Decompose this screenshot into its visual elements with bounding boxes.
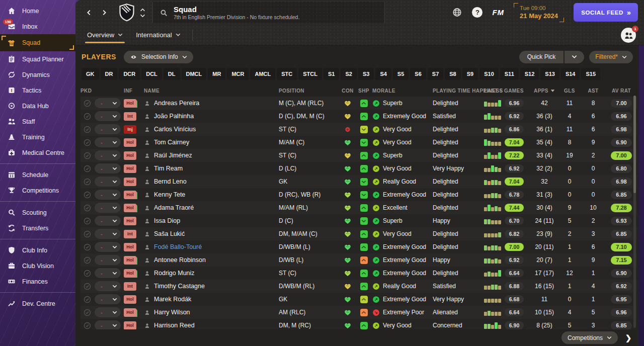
column-header-con[interactable]: CON: [340, 88, 355, 94]
sidebar-item-competitions[interactable]: Competitions: [0, 183, 75, 198]
filter-s6[interactable]: S6: [410, 68, 426, 80]
pkd-selector[interactable]: -: [95, 124, 121, 134]
globe-icon[interactable]: [452, 7, 462, 18]
sidebar-item-club-vision[interactable]: Club Vision: [0, 258, 75, 274]
competitions-dropdown[interactable]: Competitions: [561, 331, 618, 344]
selection-info-dropdown[interactable]: Selection Info: [124, 51, 193, 63]
quick-pick-button[interactable]: Quick Pick: [519, 51, 585, 63]
pkd-selector[interactable]: -: [95, 203, 121, 213]
player-row[interactable]: - Hol Antonee Robinson D/WB (L) Extremel…: [80, 253, 637, 267]
pkd-selector[interactable]: -: [95, 255, 121, 265]
filter-stc[interactable]: STC: [277, 68, 297, 80]
pkd-selector[interactable]: -: [95, 150, 121, 160]
pkd-selector[interactable]: -: [95, 177, 121, 187]
social-feed-button[interactable]: SOCIAL FEED »: [574, 3, 638, 22]
info-badge[interactable]: Hol: [124, 217, 136, 225]
filtered-dropdown[interactable]: Filtered*: [589, 51, 633, 63]
info-badge[interactable]: Int: [124, 230, 136, 238]
sidebar-item-finances[interactable]: Finances: [0, 274, 75, 289]
player-row[interactable]: - Hol Raúl Jiménez ST (C) Superb Delight…: [80, 149, 637, 162]
filter-gk[interactable]: GK: [82, 68, 99, 80]
column-header-position[interactable]: POSITION: [279, 88, 339, 94]
sidebar-item-data-hub[interactable]: Data Hub: [0, 98, 75, 114]
sidebar-item-dev-centre[interactable]: Dev. Centre: [0, 296, 75, 311]
sidebar-item-transfers[interactable]: Transfers: [0, 220, 75, 236]
filter-s2[interactable]: S2: [341, 68, 356, 80]
player-row[interactable]: - Hol Adama Traoré M/AM (RL) Excellent D…: [80, 201, 637, 214]
pkd-selector[interactable]: -: [95, 307, 121, 317]
player-row[interactable]: - Inj Carlos Vinícius ST (C) Very Good D…: [80, 123, 637, 136]
sidebar-item-home[interactable]: Home: [0, 3, 75, 19]
filter-s15[interactable]: S15: [581, 68, 600, 80]
back-button[interactable]: [82, 5, 97, 20]
player-name[interactable]: Issa Diop: [154, 217, 180, 224]
filter-s8[interactable]: S8: [445, 68, 460, 80]
filter-mcr[interactable]: MCR: [227, 68, 249, 80]
column-header-last-5-games[interactable]: LAST 5 GAMES: [484, 88, 530, 94]
pkd-selector[interactable]: -: [95, 137, 121, 147]
player-name[interactable]: Marek Rodák: [154, 296, 191, 303]
pkd-selector[interactable]: -: [95, 163, 121, 174]
pkd-selector[interactable]: -: [95, 229, 121, 239]
club-switch-chevrons[interactable]: [140, 8, 145, 18]
info-badge[interactable]: Int: [124, 112, 136, 121]
filter-s1[interactable]: S1: [324, 68, 339, 80]
info-badge[interactable]: Hol: [124, 138, 136, 147]
info-badge[interactable]: Hol: [124, 99, 136, 108]
player-name[interactable]: Saša Lukić: [154, 230, 185, 237]
player-name[interactable]: Fodé Ballo-Touré: [154, 243, 202, 250]
player-name[interactable]: Tim Ream: [154, 165, 183, 172]
player-name[interactable]: Rodrigo Muniz: [154, 270, 195, 277]
player-row[interactable]: - Hol Tom Cairney M/AM (C) Very Good Del…: [80, 136, 637, 149]
vertical-scrollbar[interactable]: [633, 96, 636, 328]
sidebar-item-staff[interactable]: Staff: [0, 114, 75, 129]
filter-s5[interactable]: S5: [393, 68, 409, 80]
player-row[interactable]: - Hol Marek Rodák GK Extremely Good Very…: [80, 293, 637, 306]
player-name[interactable]: Adama Traoré: [154, 204, 194, 211]
player-name[interactable]: Timothy Castagne: [154, 283, 205, 290]
info-badge[interactable]: Hol: [124, 151, 136, 160]
sidebar-item-dynamics[interactable]: Dynamics: [0, 67, 75, 82]
sidebar-item-tactics[interactable]: !Tactics: [0, 82, 75, 98]
pkd-selector[interactable]: -: [95, 242, 121, 252]
player-name[interactable]: Kenny Tete: [154, 191, 185, 198]
info-badge[interactable]: Hol: [124, 256, 136, 265]
filter-s4[interactable]: S4: [375, 68, 391, 80]
sidebar-item-squad-planner[interactable]: Squad Planner: [0, 51, 75, 67]
forward-button[interactable]: [97, 5, 112, 20]
quick-pick-dropdown[interactable]: [565, 51, 584, 63]
search-panel[interactable]: Squad 7th in English Premier Division - …: [152, 2, 385, 23]
column-header-name[interactable]: NAME: [144, 88, 278, 94]
filter-dr[interactable]: DR: [101, 68, 118, 80]
column-header-inf[interactable]: INF: [124, 88, 143, 94]
filter-dl[interactable]: DL: [164, 68, 180, 80]
filter-s12[interactable]: S12: [520, 68, 539, 80]
manager-avatar[interactable]: 1: [621, 28, 636, 43]
filter-s14[interactable]: S14: [561, 68, 580, 80]
player-name[interactable]: João Palhinha: [154, 113, 194, 120]
filter-stcl[interactable]: STCL: [298, 68, 322, 80]
info-badge[interactable]: Hol: [124, 204, 136, 212]
player-name[interactable]: Harrison Reed: [154, 322, 195, 329]
info-badge[interactable]: Hol: [124, 243, 136, 251]
filter-dcr[interactable]: DCR: [119, 68, 140, 80]
info-badge[interactable]: Inj: [124, 125, 136, 134]
club-badge-icon[interactable]: [118, 3, 136, 22]
pkd-selector[interactable]: -: [95, 216, 121, 226]
sidebar-item-training[interactable]: Training: [0, 129, 75, 145]
filter-mr[interactable]: MR: [208, 68, 225, 80]
info-badge[interactable]: Int: [124, 282, 136, 291]
player-name[interactable]: Antonee Robinson: [154, 256, 206, 264]
player-row[interactable]: - Int João Palhinha D (C), DM, M (C) Ext…: [80, 110, 637, 123]
scrollbar-thumb[interactable]: [633, 96, 636, 193]
filter-s9[interactable]: S9: [462, 68, 478, 80]
player-name[interactable]: Andreas Pereira: [154, 100, 199, 107]
filter-s7[interactable]: S7: [428, 68, 443, 80]
sidebar-item-medical-centre[interactable]: Medical Centre: [0, 145, 75, 160]
fm-logo[interactable]: FM: [492, 8, 504, 17]
pkd-selector[interactable]: -: [95, 281, 121, 291]
filter-s10[interactable]: S10: [479, 68, 499, 80]
player-row[interactable]: - Int Timothy Castagne D/WB/M (RL) Reall…: [80, 280, 637, 293]
column-header-apps[interactable]: APPS: [531, 88, 557, 94]
column-header-pkd[interactable]: PKD: [80, 88, 123, 94]
